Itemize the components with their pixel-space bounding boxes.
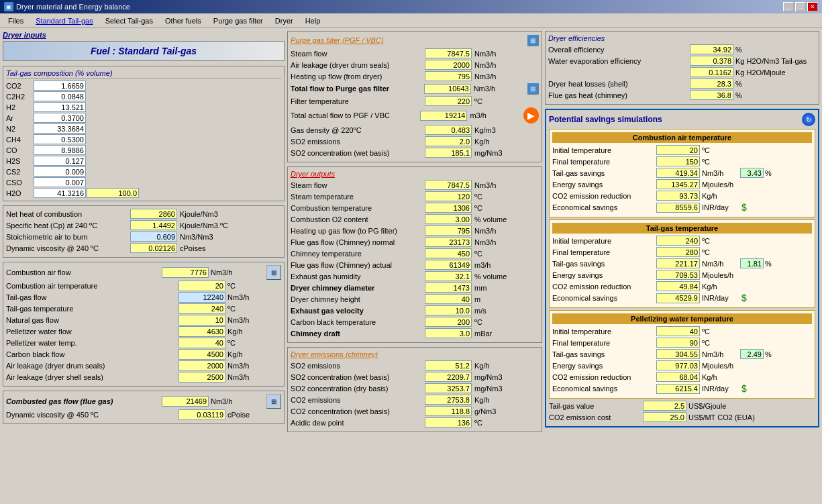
- pelletizer-water-flow-input[interactable]: [178, 326, 225, 337]
- ca-initial-temp-unit: ºC: [702, 146, 739, 154]
- do-flue-normal-row: Flue gas flow (Chimney) normal Nm3/h: [291, 237, 539, 247]
- em-co2-label: CO2 emissions: [291, 396, 425, 404]
- comp-input-cso[interactable]: [34, 177, 86, 187]
- comp-input-cs2[interactable]: [34, 166, 86, 177]
- maximize-button[interactable]: □: [795, 2, 806, 11]
- ca-energy-savings-row: Energy savings Mjoules/h: [552, 179, 812, 189]
- ca-economical-savings-label: Economical savings: [552, 203, 656, 211]
- minimize-button[interactable]: _: [783, 2, 794, 11]
- menu-purge-gas-filter[interactable]: Purge gas filter: [208, 15, 268, 26]
- ca-final-temp-value[interactable]: [656, 156, 700, 166]
- pgf-so2-conc-value: [425, 148, 472, 158]
- menu-help[interactable]: Help: [300, 15, 326, 26]
- ps-refresh-icon[interactable]: ↻: [802, 113, 815, 126]
- air-leakage-drum-input[interactable]: [178, 360, 225, 371]
- comp-input-co2[interactable]: [34, 81, 86, 91]
- combustion-air-temp-input[interactable]: [178, 281, 225, 291]
- do-flue-actual-label: Flue gas flow (Chimney) actual: [291, 261, 425, 269]
- close-button[interactable]: ✕: [807, 2, 818, 11]
- combustion-air-flow-input[interactable]: [162, 267, 209, 278]
- comp-label-cso: CSO: [6, 177, 33, 187]
- co2-cost-input[interactable]: [643, 412, 686, 422]
- tailgas-value-input[interactable]: [643, 401, 686, 411]
- pw-tailgas-savings-value: [656, 349, 700, 359]
- tailgas-flow-input[interactable]: [178, 292, 225, 303]
- natural-gas-flow-input[interactable]: [178, 315, 225, 325]
- comp-input-h2o[interactable]: [34, 188, 86, 198]
- pw-co2-reduction-unit: Kg/h: [702, 373, 739, 381]
- do-chimney-height-value: [425, 294, 472, 304]
- tg-energy-savings-value: [656, 270, 700, 280]
- do-chimney-height-unit: m: [474, 295, 528, 303]
- combustion-air-flow-btn[interactable]: ⊞: [266, 265, 281, 280]
- combustion-air-temp-row: Combustion air temperature ºC: [6, 281, 281, 291]
- pgf-so2-conc-row: SO2 concentration (wet basis) mg/Nm3: [291, 148, 539, 158]
- tailgas-flow-unit: Nm3/h: [227, 293, 281, 301]
- tg-final-temp-value[interactable]: [656, 247, 700, 257]
- menu-dryer[interactable]: Dryer: [270, 15, 299, 26]
- right-panel: Dryer efficiencies Overall efficiency % …: [545, 31, 819, 501]
- air-leakage-shell-input[interactable]: [178, 372, 225, 383]
- comp-input-n2[interactable]: [34, 123, 86, 134]
- tg-co2-reduction-unit: Kg/h: [702, 283, 739, 291]
- em-so2-dry-unit: mg/Nm3: [474, 385, 528, 393]
- comp-input-h2[interactable]: [34, 102, 86, 112]
- do-heating-up-label: Heating up gas flow (to PG filter): [291, 227, 425, 235]
- ca-initial-temp-value[interactable]: [656, 145, 700, 155]
- comp-input-co[interactable]: [34, 145, 86, 155]
- pelletizer-water-temp-input[interactable]: [178, 338, 225, 348]
- arrow-button[interactable]: ▶: [523, 107, 539, 123]
- prop-label-visc: Dynamic viscosity @ 240 ºC: [6, 244, 130, 252]
- dryer-outputs-label: Dryer outputs: [291, 170, 539, 178]
- do-cb-temp-value: [425, 317, 472, 327]
- dryer-outputs-section: Dryer outputs Steam flow Nm3/h Steam tem…: [287, 166, 542, 343]
- combustion-air-flow-row: Combustion air flow Nm3/h ⊞: [6, 265, 281, 280]
- comp-input-ar[interactable]: [34, 113, 86, 123]
- pelletizer-water-flow-unit: Kg/h: [227, 327, 281, 336]
- pgf-icon-btn[interactable]: ⊞: [527, 34, 539, 46]
- pgf-gas-density-unit: Kg/m3: [474, 126, 528, 134]
- do-flue-normal-unit: Nm3/h: [474, 238, 528, 246]
- pgf-filter-temp-value[interactable]: [425, 96, 472, 106]
- pw-final-temp-value[interactable]: [656, 338, 700, 348]
- carbon-black-flow-input[interactable]: [178, 349, 225, 360]
- do-chimney-temp-row: Chimney temperature ºC: [291, 248, 539, 258]
- menu-files[interactable]: Files: [3, 15, 29, 26]
- comp-label-co: CO: [6, 145, 33, 155]
- ca-economical-savings-unit: INR/day: [702, 203, 739, 211]
- dryer-efficiencies-label: Dryer efficiencies: [548, 34, 816, 42]
- comp-input-h2s[interactable]: [34, 156, 86, 166]
- tg-energy-savings-label: Energy savings: [552, 271, 656, 279]
- tg-initial-temp-value[interactable]: [656, 236, 700, 246]
- pgf-so2-conc-label: SO2 concentration (wet basis): [291, 149, 425, 157]
- menu-other-fuels[interactable]: Other fuels: [160, 15, 207, 26]
- em-so2-value: [425, 360, 472, 370]
- do-comb-temp-label: Combustion temperature: [291, 204, 425, 212]
- air-leakage-shell-unit: Nm3/h: [227, 373, 281, 381]
- comp-input-ch4[interactable]: [34, 134, 86, 144]
- comp-input-c2h2[interactable]: [34, 91, 86, 101]
- co2-cost-unit: US$/MT CO2 (EUA): [688, 413, 755, 421]
- em-dew-row: Acidic dew point ºC: [291, 417, 539, 427]
- pelletizing-header: Pelletizing water temperature: [552, 313, 812, 324]
- ps-title: Potential savings simulations: [549, 115, 802, 124]
- composition-grid: CO2 C2H2 H2 Ar N2 CH4 CO H2S CS2: [6, 81, 281, 198]
- left-panel: Dryer inputs Fuel : Standard Tail-gas Ta…: [3, 31, 285, 501]
- pgf-total-flow-label: Total flow to Purge gas filter: [291, 85, 424, 93]
- pgf-so2-emissions-row: SO2 emissions Kg/h: [291, 136, 539, 146]
- pw-initial-temp-value[interactable]: [656, 326, 700, 336]
- pgf-air-leakage-unit: Nm3/h: [474, 61, 528, 69]
- dynamic-visc-row: Dynamic viscosity @ 450 ºC cPoise: [6, 409, 281, 420]
- eff-flue-gas-heat-unit: %: [735, 91, 816, 99]
- tailgas-temp-input[interactable]: [178, 303, 225, 314]
- pelletizer-water-flow-label: Pelletizer water flow: [6, 327, 178, 336]
- em-so2-dry-label: SO2 concentration (dry basis): [291, 385, 425, 393]
- tg-final-temp-row: Final temperature ºC: [552, 247, 812, 257]
- menu-standard-tailgas[interactable]: Standard Tail-gas: [30, 15, 98, 26]
- tg-economical-savings-unit: INR/day: [702, 294, 739, 302]
- combusted-gas-flow-btn[interactable]: ⊞: [266, 394, 281, 409]
- do-chimney-draft-unit: mBar: [474, 330, 528, 338]
- pgf-total-flow-icon[interactable]: ⊞: [527, 83, 539, 95]
- ca-final-temp-row: Final temperature ºC: [552, 156, 812, 166]
- menu-select-tailgas[interactable]: Select Tail-gas: [100, 15, 158, 26]
